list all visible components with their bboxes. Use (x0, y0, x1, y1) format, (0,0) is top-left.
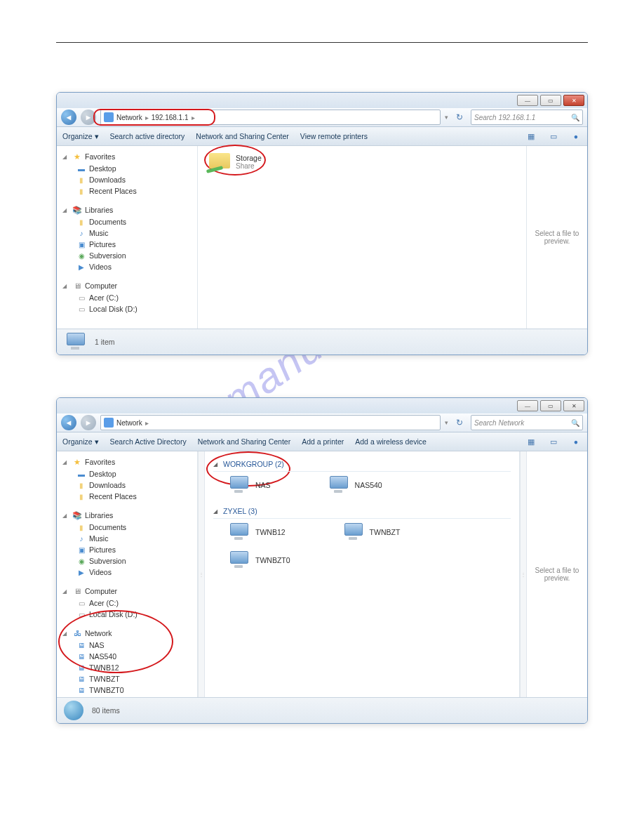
status-text: 80 items (92, 706, 120, 715)
sidebar-item[interactable]: ♪Music (57, 533, 197, 544)
sidebar-favorites[interactable]: ◢★Favorites (57, 150, 197, 163)
sidebar-network[interactable]: ◢🖧Network (57, 627, 197, 640)
preview-pane: Select a file to preview. (527, 451, 587, 697)
sidebar-item[interactable]: ▮Downloads (57, 479, 197, 491)
organize-menu[interactable]: Organize ▾ (62, 132, 99, 140)
splitter[interactable]: ⋮ (198, 451, 205, 697)
sidebar-item[interactable]: ▭Local Disk (D:) (57, 609, 197, 620)
close-button[interactable]: ✕ (563, 400, 584, 411)
help-icon[interactable]: ● (570, 436, 582, 447)
dropdown-icon[interactable]: ▾ (445, 419, 448, 426)
preview-pane-icon[interactable]: ▭ (548, 436, 559, 447)
pictures-icon: ▣ (76, 545, 86, 555)
view-options-icon[interactable]: ▦ (525, 436, 537, 447)
toolbar-remote-printers[interactable]: View remote printers (300, 132, 368, 140)
help-icon[interactable]: ● (570, 131, 582, 142)
computer-icon: 🖥 (76, 674, 86, 684)
refresh-button[interactable]: ↻ (452, 416, 467, 430)
sidebar-item[interactable]: ▭Acer (C:) (57, 292, 197, 303)
sidebar-item[interactable]: ▬Desktop (57, 163, 197, 174)
search-input[interactable]: Search 192.168.1.1 🔍 (471, 110, 583, 125)
libraries-icon: 📚 (72, 205, 82, 215)
sidebar-item[interactable]: 🖥TWNBZT (57, 673, 197, 684)
sidebar-item[interactable]: ▮Recent Places (57, 491, 197, 502)
search-input[interactable]: Search Network 🔍 (471, 415, 583, 430)
crumb-leaf: 192.168.1.1 (152, 114, 189, 121)
toolbar-add-printer[interactable]: Add a printer (302, 437, 344, 446)
sidebar-favorites[interactable]: ◢★Favorites (57, 456, 197, 468)
preview-pane-icon[interactable]: ▭ (548, 131, 559, 142)
breadcrumb[interactable]: Network ▸ (100, 415, 441, 430)
sidebar: ◢★Favorites ▬Desktop ▮Downloads ▮Recent … (57, 146, 198, 329)
sidebar-item[interactable]: ▮Documents (57, 522, 197, 533)
sidebar-item[interactable]: ▬Desktop (57, 468, 197, 479)
sidebar-computer[interactable]: ◢🖥Computer (57, 279, 197, 292)
nav-bar: ◄ ► Network ▸ 192.168.1.1 ▸ ▾ ↻ Search 1… (57, 108, 587, 127)
organize-menu[interactable]: Organize ▾ (62, 437, 99, 446)
computer-icon: 🖥 (76, 640, 86, 650)
computer-icon (327, 476, 349, 494)
toolbar-sharing-center[interactable]: Network and Sharing Center (196, 132, 289, 140)
toolbar-sharing-center[interactable]: Network and Sharing Center (198, 437, 291, 446)
toolbar-search-ad[interactable]: Search active directory (110, 132, 185, 140)
sidebar-item[interactable]: ▮Recent Places (57, 185, 197, 197)
explorer-body: ◢★Favorites ▬Desktop ▮Downloads ▮Recent … (57, 146, 587, 329)
sidebar-item[interactable]: ▭Local Disk (D:) (57, 303, 197, 315)
sidebar-item[interactable]: ▭Acer (C:) (57, 597, 197, 609)
sidebar-item[interactable]: ▣Pictures (57, 239, 197, 250)
back-button[interactable]: ◄ (61, 110, 76, 125)
computer-item-nas[interactable]: NAS (227, 476, 271, 494)
sidebar-item[interactable]: 🖥TWNB12 (57, 662, 197, 673)
sidebar-item[interactable]: ▶Videos (57, 567, 197, 578)
computer-icon: 🖥 (72, 281, 82, 291)
maximize-button[interactable]: ▭ (540, 400, 561, 411)
view-options-icon[interactable]: ▦ (525, 131, 537, 142)
computer-item[interactable]: TWNB12 (227, 523, 286, 541)
drive-icon: ▭ (76, 293, 86, 303)
group-zyxel[interactable]: ◢ZYXEL (3) (213, 504, 511, 519)
share-type: Share (236, 162, 262, 171)
toolbar-search-ad[interactable]: Search Active Directory (110, 437, 187, 446)
explorer-window-2: — ▭ ✕ ◄ ► Network ▸ ▾ ↻ Search Network 🔍… (56, 397, 588, 724)
sidebar-item[interactable]: ▶Videos (57, 261, 197, 272)
toolbar: Organize ▾ Search Active Directory Netwo… (57, 432, 587, 451)
sidebar-item[interactable]: 🖥NAS540 (57, 651, 197, 662)
breadcrumb[interactable]: Network ▸ 192.168.1.1 ▸ (100, 110, 441, 125)
computer-item[interactable]: TWNBZT (342, 523, 401, 541)
sidebar-item[interactable]: ◉Subversion (57, 250, 197, 261)
sidebar-libraries[interactable]: ◢📚Libraries (57, 509, 197, 522)
crumb-root: Network (116, 419, 142, 427)
forward-button[interactable]: ► (81, 110, 96, 125)
page-top-rule (56, 42, 588, 43)
sidebar-computer[interactable]: ◢🖥Computer (57, 585, 197, 597)
group-workgroup[interactable]: ◢WORKGROUP (2) (213, 457, 511, 472)
dropdown-icon[interactable]: ▾ (445, 114, 448, 121)
sidebar-item[interactable]: 🖥NAS (57, 640, 197, 651)
computer-icon (227, 476, 250, 494)
sidebar-item[interactable]: ▣Pictures (57, 544, 197, 555)
content-pane[interactable]: Storage Share (198, 146, 527, 329)
sidebar-item[interactable]: 🖥TWNBZT0 (57, 684, 197, 696)
toolbar-add-wireless[interactable]: Add a wireless device (355, 437, 427, 446)
content-pane[interactable]: ◢WORKGROUP (2) NAS NAS540 ◢ZYXEL (3) TWN… (205, 451, 520, 697)
close-button[interactable]: ✕ (563, 95, 584, 106)
minimize-button[interactable]: — (517, 95, 538, 106)
sidebar-item[interactable]: ▮Documents (57, 216, 197, 227)
splitter[interactable]: ⋮ (520, 451, 527, 697)
minimize-button[interactable]: — (517, 400, 538, 411)
refresh-button[interactable]: ↻ (452, 110, 467, 124)
sidebar-item[interactable]: ◉Subversion (57, 555, 197, 567)
sidebar-item[interactable]: ▮Downloads (57, 174, 197, 185)
titlebar: — ▭ ✕ (57, 93, 587, 108)
sidebar-network[interactable]: 🖧Network (57, 327, 197, 329)
maximize-button[interactable]: ▭ (540, 95, 561, 106)
share-item-storage[interactable]: Storage Share (206, 152, 304, 173)
desktop-icon: ▬ (76, 469, 86, 479)
forward-button[interactable]: ► (81, 415, 96, 430)
sidebar-item[interactable]: ♪Music (57, 227, 197, 239)
sidebar-libraries[interactable]: ◢📚Libraries (57, 204, 197, 216)
network-icon (104, 112, 114, 122)
back-button[interactable]: ◄ (61, 415, 76, 430)
computer-item-nas540[interactable]: NAS540 (327, 476, 382, 494)
computer-item[interactable]: TWNBZT0 (227, 551, 290, 569)
